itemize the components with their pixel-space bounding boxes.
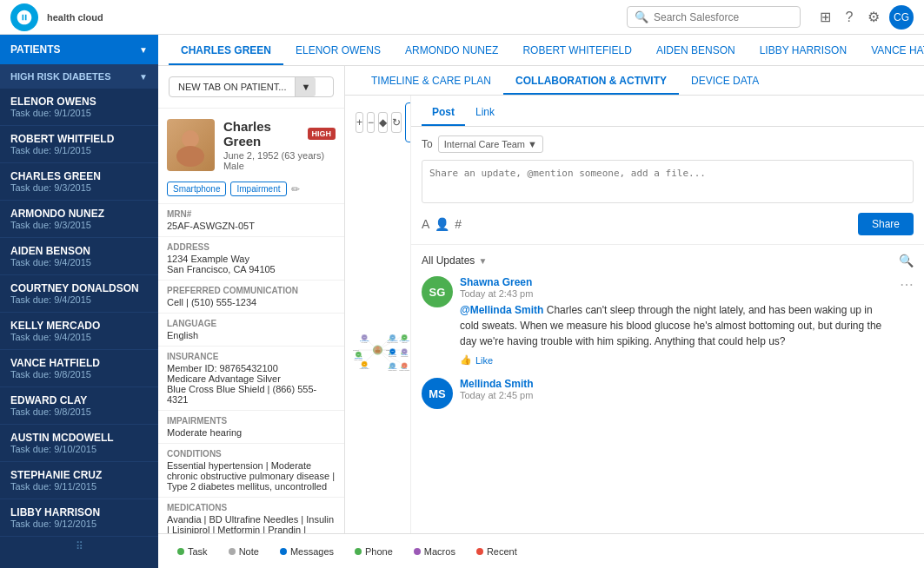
phone-label: Phone <box>365 546 393 557</box>
sidebar-patient-task: Task due: 9/8/2015 <box>10 406 148 417</box>
feed-like-button[interactable]: 👍 Like <box>460 354 893 366</box>
add-member-button[interactable]: Add New Member <box>405 102 411 142</box>
new-tab-button[interactable]: NEW TAB ON PATIENT... ▼ <box>169 76 334 97</box>
zoom-out-button[interactable]: − <box>367 112 375 133</box>
settings-icon[interactable]: ⚙ <box>865 9 882 26</box>
content-area: CHARLES GREENELENOR OWENSARMONDO NUNEZRO… <box>158 35 924 568</box>
svg-text:Mellinda Smith: Mellinda Smith <box>389 354 396 355</box>
feed-mention: @Mellinda Smith <box>460 304 543 316</box>
care-map-toolbar: + − ◆ ↻ Add New Member <box>345 96 410 149</box>
patient-tab-robert-whitefield[interactable]: ROBERT WHITEFIELD <box>510 37 644 65</box>
sidebar-patient-item[interactable]: KELLY MERCADOTask due: 9/4/2015 <box>0 313 158 350</box>
sidebar-patient-item[interactable]: COURTNEY DONALDSONTask due: 9/4/2015 <box>0 275 158 313</box>
right-panel: TIMELINE & CARE PLANCOLLABORATION & ACTI… <box>345 66 924 533</box>
lang-label: LANGUAGE <box>167 319 336 328</box>
task-label: Task <box>188 546 208 557</box>
refresh-button[interactable]: ↻ <box>391 112 402 133</box>
all-updates-filter[interactable]: All Updates ▼ <box>422 254 487 267</box>
care-activity: + − ◆ ↻ Add New Member <box>345 96 924 533</box>
sidebar-patient-item[interactable]: ELENOR OWENSTask due: 9/1/2015 <box>0 89 158 126</box>
to-label: To <box>422 138 433 150</box>
feed-more-icon[interactable]: ⋯ <box>900 276 914 293</box>
help-icon[interactable]: ? <box>841 9 858 26</box>
sidebar-patient-item[interactable]: EDWARD CLAYTask due: 9/8/2015 <box>0 387 158 425</box>
sidebar-patient-item[interactable]: ARMONDO NUNEZTask due: 9/3/2015 <box>0 201 158 238</box>
sidebar-header[interactable]: PATIENTS ▼ <box>0 35 158 64</box>
patient-gender: Male <box>223 161 336 171</box>
hash-icon[interactable]: # <box>455 217 462 231</box>
post-textarea[interactable] <box>422 160 914 203</box>
sidebar-resize-handle[interactable]: ⠿ <box>0 537 158 556</box>
patient-tab-elenor-owens[interactable]: ELENOR OWENS <box>283 37 393 65</box>
activity-feed: All Updates ▼ 🔍 SG Shawna Green To <box>411 245 924 533</box>
new-tab-dropdown-arrow[interactable]: ▼ <box>295 77 316 96</box>
grid-icon[interactable]: ⊞ <box>816 9 834 26</box>
sidebar-patient-item[interactable]: CHARLES GREENTask due: 9/3/2015 <box>0 163 158 201</box>
sidebar-patient-name: STEPHANIE CRUZ <box>10 469 148 481</box>
note-label: Note <box>239 546 259 557</box>
bottom-bar-phone[interactable]: Phone <box>346 541 402 562</box>
bottom-bar-macros[interactable]: Macros <box>405 541 464 562</box>
svg-text:HF: HF <box>392 366 394 367</box>
patient-tab-charles-green[interactable]: CHARLES GREEN <box>169 37 283 65</box>
search-input[interactable] <box>654 11 793 23</box>
sidebar-patient-item[interactable]: LIBBY HARRISONTask due: 9/12/2015 <box>0 499 158 537</box>
sidebar-patient-name: ROBERT WHITFIELD <box>10 133 148 145</box>
diamond-tool-button[interactable]: ◆ <box>378 112 388 133</box>
sidebar-patients-list: ELENOR OWENSTask due: 9/1/2015ROBERT WHI… <box>0 89 158 537</box>
tab-link[interactable]: Link <box>465 100 505 126</box>
sub-tab-timeline[interactable]: TIMELINE & CARE PLAN <box>359 69 503 95</box>
svg-point-0 <box>182 130 199 148</box>
recent-label: Recent <box>487 546 517 557</box>
feed-search-icon[interactable]: 🔍 <box>899 254 914 267</box>
sidebar-patient-task: Task due: 9/4/2015 <box>10 332 148 342</box>
post-tabs: Post Link <box>411 96 924 127</box>
sidebar-patient-item[interactable]: AUSTIN MCDOWELLTask due: 9/10/2015 <box>0 425 158 462</box>
macros-dot-icon <box>414 548 421 555</box>
recent-dot-icon <box>476 548 483 555</box>
imp-label: IMPAIRMENTS <box>167 416 336 426</box>
feed-time: Today at 2:45 pm <box>460 390 914 400</box>
mention-icon[interactable]: 👤 <box>435 217 449 231</box>
search-bar[interactable]: 🔍 <box>627 6 801 28</box>
tab-post[interactable]: Post <box>422 100 465 126</box>
sidebar: PATIENTS ▼ HIGH RISK DIABETES ▼ ELENOR O… <box>0 35 158 568</box>
sub-tab-collaboration[interactable]: COLLABORATION & ACTIVITY <box>503 69 679 95</box>
sidebar-patient-name: VANCE HATFIELD <box>10 357 148 369</box>
sidebar-patient-item[interactable]: AIDEN BENSONTask due: 9/4/2015 <box>0 238 158 275</box>
sidebar-patient-item[interactable]: VANCE HATFIELDTask due: 9/8/2015 <box>0 350 158 387</box>
patient-tab-libby-harrison[interactable]: LIBBY HARRISON <box>748 37 859 65</box>
avatar[interactable]: CG <box>889 5 914 30</box>
bottom-bar-messages[interactable]: Messages <box>271 541 342 562</box>
zoom-in-button[interactable]: + <box>356 112 363 133</box>
messages-dot-icon <box>280 548 287 555</box>
to-select[interactable]: Internal Care Team ▼ <box>438 135 543 153</box>
sidebar-patient-item[interactable]: ROBERT WHITFIELDTask due: 9/1/2015 <box>0 126 158 163</box>
svg-point-42 <box>389 353 391 354</box>
address-label: ADDRESS <box>167 242 336 252</box>
patient-tab-vance-hatfield[interactable]: VANCE HATFIELD <box>859 37 924 65</box>
svg-point-16 <box>377 353 378 354</box>
activity-panel: Post Link To Internal Care Team ▼ <box>411 96 924 533</box>
svg-text:Dr. John Bosworth: Dr. John Bosworth <box>388 340 397 341</box>
sidebar-filter[interactable]: HIGH RISK DIABETES ▼ <box>0 64 158 89</box>
bottom-bar-note[interactable]: Note <box>220 541 268 562</box>
edit-tags-icon[interactable]: ✏ <box>291 183 300 195</box>
app-title: health cloud <box>47 12 103 23</box>
mrn-label: MRN# <box>167 209 336 219</box>
bottom-bar-recent[interactable]: Recent <box>468 541 526 562</box>
bottom-bar-task[interactable]: Task <box>169 541 216 562</box>
sidebar-patient-item[interactable]: STEPHANIE CRUZTask due: 9/11/2015 <box>0 462 158 499</box>
sidebar-filter-chevron: ▼ <box>139 72 148 82</box>
text-format-icon[interactable]: A <box>422 217 429 231</box>
cond-value: Essential hypertension | Moderate chroni… <box>167 460 336 492</box>
app-logo <box>10 3 38 31</box>
svg-text:Shawna Green: Shawna Green <box>355 358 362 359</box>
address-value: 1234 Example WaySan Francisco, CA 94105 <box>167 254 336 274</box>
patient-tab-aiden-benson[interactable]: AIDEN BENSON <box>644 37 748 65</box>
share-button[interactable]: Share <box>858 213 914 235</box>
sub-tab-device[interactable]: DEVICE DATA <box>679 69 771 95</box>
sidebar-patient-task: Task due: 9/3/2015 <box>10 182 148 193</box>
patient-tab-armondo-nunez[interactable]: ARMONDO NUNEZ <box>393 37 510 65</box>
sidebar-patient-task: Task due: 9/4/2015 <box>10 257 148 267</box>
